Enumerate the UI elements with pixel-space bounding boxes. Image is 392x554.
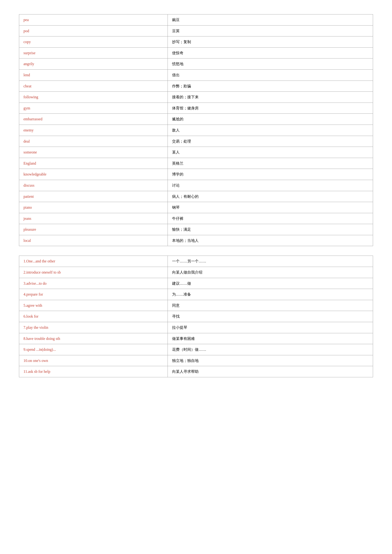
english-word: enemy bbox=[19, 125, 168, 136]
table-row: 4.prepare for为……准备 bbox=[19, 289, 373, 300]
english-phrase: 6.look for bbox=[19, 311, 168, 322]
table-row: enemy敌人 bbox=[19, 125, 373, 136]
chinese-translation: 牛仔裤 bbox=[168, 213, 373, 224]
table-row: England英格兰 bbox=[19, 158, 373, 169]
chinese-translation: 敌人 bbox=[168, 125, 373, 136]
chinese-phrase-translation: 向某人做自我介绍 bbox=[168, 267, 373, 278]
table-row: 5.agree with同意 bbox=[19, 300, 373, 311]
table-row: 2.introduce oneself to sb向某人做自我介绍 bbox=[19, 267, 373, 278]
table-row: patient病人；有耐心的 bbox=[19, 191, 373, 202]
chinese-translation: 尴尬的 bbox=[168, 114, 373, 125]
english-phrase: 8.have trouble doing sth bbox=[19, 333, 168, 344]
table-row: following接着的；接下来 bbox=[19, 92, 373, 103]
table-row: 8.have trouble doing sth做某事有困难 bbox=[19, 333, 373, 344]
english-word: copy bbox=[19, 36, 168, 48]
table-row: piano钢琴 bbox=[19, 202, 373, 213]
chinese-translation: 病人；有耐心的 bbox=[168, 191, 373, 202]
english-phrase: 7.play the violin bbox=[19, 322, 168, 333]
chinese-translation: 借出 bbox=[168, 69, 373, 81]
english-word: following bbox=[19, 92, 168, 103]
english-word: pleasure bbox=[19, 224, 168, 235]
chinese-translation: 本地的；当地人 bbox=[168, 235, 373, 246]
chinese-translation: 钢琴 bbox=[168, 202, 373, 213]
english-word: piano bbox=[19, 202, 168, 213]
english-phrase: 11.ask sb for help bbox=[19, 366, 168, 377]
english-word: local bbox=[19, 235, 168, 246]
chinese-phrase-translation: 建议……做 bbox=[168, 278, 373, 289]
chinese-translation: 抄写；复制 bbox=[168, 36, 373, 48]
chinese-translation: 某人 bbox=[168, 147, 373, 158]
chinese-translation: 愤怒地 bbox=[168, 58, 373, 70]
table-row: pod豆荚 bbox=[19, 25, 373, 36]
english-word: knowledgeable bbox=[19, 169, 168, 180]
table-row: 6.look for寻找 bbox=[19, 311, 373, 322]
chinese-translation: 作弊；欺骗 bbox=[168, 81, 373, 92]
table-row: 1.One...and the other一个……另一个…… bbox=[19, 256, 373, 267]
table-row: deal交易；处理 bbox=[19, 136, 373, 147]
table-row: surprise使惊奇 bbox=[19, 47, 373, 58]
chinese-phrase-translation: 为……准备 bbox=[168, 289, 373, 300]
vocabulary-table: pea豌豆pod豆荚copy抄写；复制surprise使惊奇angrily愤怒地… bbox=[19, 14, 373, 246]
table-row: embarrassed尴尬的 bbox=[19, 114, 373, 125]
table-row: 3.advise...to do建议……做 bbox=[19, 278, 373, 289]
table-row: 9.spend ...in(doing)...花费（时间）做…… bbox=[19, 344, 373, 355]
english-word: pea bbox=[19, 14, 168, 26]
table-row: cheat作弊；欺骗 bbox=[19, 81, 373, 92]
english-word: cheat bbox=[19, 81, 168, 92]
english-word: patient bbox=[19, 191, 168, 202]
english-word: surprise bbox=[19, 47, 168, 58]
english-word: deal bbox=[19, 136, 168, 147]
table-row: 10.on one's own独立地；独自地 bbox=[19, 355, 373, 366]
english-phrase: 2.introduce oneself to sb bbox=[19, 267, 168, 278]
chinese-translation: 讨论 bbox=[168, 180, 373, 191]
table-row: local本地的；当地人 bbox=[19, 235, 373, 246]
english-word: angrily bbox=[19, 58, 168, 70]
chinese-translation: 使惊奇 bbox=[168, 47, 373, 58]
chinese-translation: 接着的；接下来 bbox=[168, 92, 373, 103]
chinese-translation: 英格兰 bbox=[168, 158, 373, 169]
english-word: jeans bbox=[19, 213, 168, 224]
table-row: 11.ask sb for help向某人寻求帮助 bbox=[19, 366, 373, 377]
chinese-phrase-translation: 一个……另一个…… bbox=[168, 256, 373, 267]
english-word: pod bbox=[19, 25, 168, 36]
table-row: gym体育馆；健身房 bbox=[19, 103, 373, 114]
english-word: embarrassed bbox=[19, 114, 168, 125]
chinese-phrase-translation: 花费（时间）做…… bbox=[168, 344, 373, 355]
table-row: angrily愤怒地 bbox=[19, 58, 373, 70]
english-word: someone bbox=[19, 147, 168, 158]
english-phrase: 4.prepare for bbox=[19, 289, 168, 300]
chinese-phrase-translation: 拉小提琴 bbox=[168, 322, 373, 333]
english-word: discuss bbox=[19, 180, 168, 191]
chinese-translation: 豆荚 bbox=[168, 25, 373, 36]
chinese-translation: 博学的 bbox=[168, 169, 373, 180]
chinese-phrase-translation: 寻找 bbox=[168, 311, 373, 322]
table-row: knowledgeable博学的 bbox=[19, 169, 373, 180]
english-word: England bbox=[19, 158, 168, 169]
english-phrase: 1.One...and the other bbox=[19, 256, 168, 267]
table-row: discuss讨论 bbox=[19, 180, 373, 191]
table-row: lend借出 bbox=[19, 69, 373, 81]
chinese-phrase-translation: 独立地；独自地 bbox=[168, 355, 373, 366]
english-phrase: 3.advise...to do bbox=[19, 278, 168, 289]
english-phrase: 5.agree with bbox=[19, 300, 168, 311]
english-phrase: 10.on one's own bbox=[19, 355, 168, 366]
table-row: pea豌豆 bbox=[19, 14, 373, 26]
chinese-phrase-translation: 同意 bbox=[168, 300, 373, 311]
table-row: jeans牛仔裤 bbox=[19, 213, 373, 224]
chinese-translation: 体育馆；健身房 bbox=[168, 103, 373, 114]
phrase-table: 1.One...and the other一个……另一个……2.introduc… bbox=[19, 256, 373, 377]
chinese-phrase-translation: 做某事有困难 bbox=[168, 333, 373, 344]
chinese-translation: 豌豆 bbox=[168, 14, 373, 26]
english-phrase: 9.spend ...in(doing)... bbox=[19, 344, 168, 355]
table-row: copy抄写；复制 bbox=[19, 36, 373, 48]
english-word: gym bbox=[19, 103, 168, 114]
chinese-translation: 愉快；满足 bbox=[168, 224, 373, 235]
table-row: someone某人 bbox=[19, 147, 373, 158]
english-word: lend bbox=[19, 69, 168, 81]
chinese-phrase-translation: 向某人寻求帮助 bbox=[168, 366, 373, 377]
table-row: pleasure愉快；满足 bbox=[19, 224, 373, 235]
chinese-translation: 交易；处理 bbox=[168, 136, 373, 147]
table-row: 7.play the violin拉小提琴 bbox=[19, 322, 373, 333]
